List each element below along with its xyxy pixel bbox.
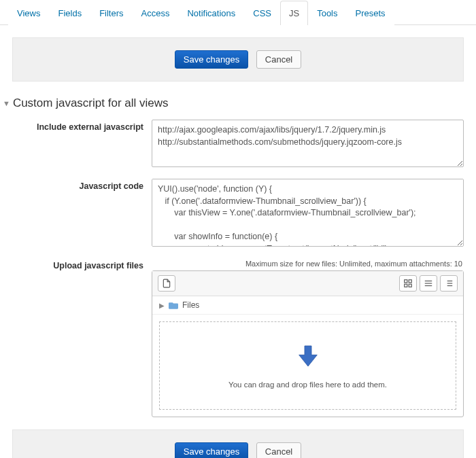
tree-icon bbox=[444, 279, 454, 288]
tab-access[interactable]: Access bbox=[133, 1, 179, 25]
svg-rect-1 bbox=[409, 280, 411, 283]
file-add-icon bbox=[162, 279, 171, 288]
tab-css[interactable]: CSS bbox=[244, 1, 280, 25]
tab-filters[interactable]: Filters bbox=[90, 1, 132, 25]
filepicker-toolbar bbox=[152, 271, 463, 296]
chevron-down-icon: ▼ bbox=[3, 99, 10, 107]
filepicker-path[interactable]: ▶ Files bbox=[152, 296, 463, 315]
js-code-label: Javascript code bbox=[12, 179, 152, 191]
section-title: Custom javascript for all views bbox=[13, 96, 169, 110]
filepicker-dropzone[interactable]: You can drag and drop files here to add … bbox=[159, 321, 456, 410]
list-icon bbox=[424, 279, 433, 288]
view-tree-button[interactable] bbox=[440, 275, 458, 292]
tab-views[interactable]: Views bbox=[8, 1, 49, 25]
filepicker-path-label: Files bbox=[182, 300, 199, 310]
view-details-button[interactable] bbox=[420, 275, 437, 292]
save-button[interactable]: Save changes bbox=[175, 50, 248, 69]
tab-presets[interactable]: Presets bbox=[347, 1, 394, 25]
cancel-button-bottom[interactable]: Cancel bbox=[256, 442, 301, 458]
top-button-bar: Save changes Cancel bbox=[12, 37, 464, 82]
filepicker-drop-hint: You can drag and drop files here to add … bbox=[228, 381, 387, 389]
svg-rect-0 bbox=[405, 280, 407, 283]
add-file-button[interactable] bbox=[158, 275, 175, 292]
js-code-textarea[interactable] bbox=[152, 179, 464, 247]
svg-rect-2 bbox=[405, 284, 407, 287]
download-arrow-icon bbox=[294, 342, 322, 371]
tab-notifications[interactable]: Notifications bbox=[178, 1, 244, 25]
grid-icon bbox=[403, 279, 413, 288]
section-header[interactable]: ▼ Custom javascript for all views bbox=[0, 94, 476, 114]
tab-tools[interactable]: Tools bbox=[308, 1, 346, 25]
bottom-button-bar: Save changes Cancel bbox=[12, 429, 464, 458]
filepicker: ▶ Files You can drag and drop files here… bbox=[152, 270, 464, 417]
view-icons-button[interactable] bbox=[399, 275, 417, 292]
tab-js[interactable]: JS bbox=[280, 1, 308, 25]
svg-rect-3 bbox=[409, 284, 411, 287]
filepicker-view-switcher bbox=[399, 275, 458, 292]
tab-fields[interactable]: Fields bbox=[49, 1, 90, 25]
folder-icon bbox=[169, 300, 178, 310]
filepicker-maxsize: Maximum size for new files: Unlimited, m… bbox=[152, 260, 462, 268]
upload-js-label: Upload javascript files bbox=[12, 258, 152, 270]
external-js-label: Include external javascript bbox=[12, 120, 152, 132]
triangle-right-icon: ▶ bbox=[159, 302, 165, 309]
external-js-textarea[interactable] bbox=[152, 120, 464, 167]
tabs-nav: Views Fields Filters Access Notification… bbox=[0, 0, 476, 25]
cancel-button[interactable]: Cancel bbox=[256, 50, 301, 69]
save-button-bottom[interactable]: Save changes bbox=[175, 442, 248, 458]
